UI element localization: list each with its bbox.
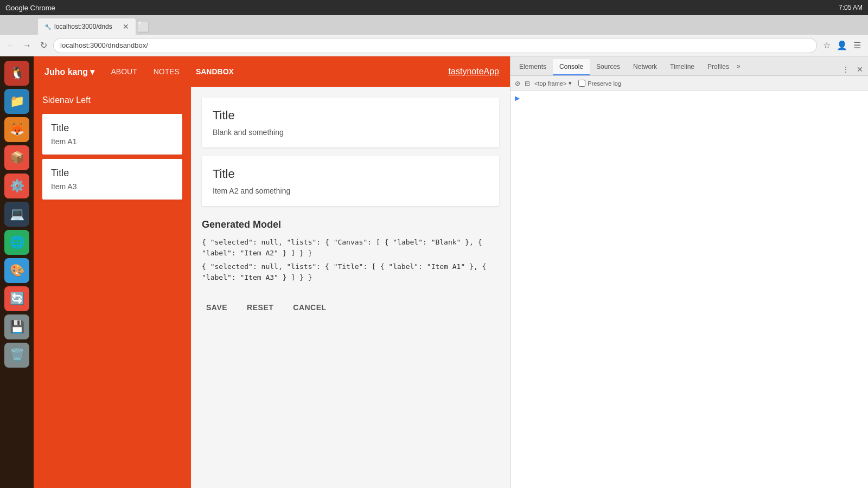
user-button[interactable]: 👤: [835, 39, 848, 52]
canvas-card-1-title: Title: [213, 167, 488, 181]
sidenav-card-1-sub: Item A3: [51, 182, 174, 191]
taskbar-icon-terminal[interactable]: 💻: [4, 202, 29, 227]
nav-link-sandbox[interactable]: SANDBOX: [196, 67, 234, 76]
preserve-log-checkbox[interactable]: [578, 80, 585, 87]
back-button[interactable]: ←: [4, 39, 17, 52]
devtools-arrow[interactable]: ▶: [513, 93, 866, 103]
nav-actions: ☆ 👤 ☰: [820, 39, 864, 52]
devtools-tabs: Elements Console Sources Network Timelin…: [510, 56, 868, 76]
os-title: Google Chrome: [5, 4, 55, 12]
taskbar-icon-ubuntu[interactable]: 🐧: [4, 61, 29, 86]
forward-button[interactable]: →: [21, 39, 34, 52]
devtools-tab-profiles[interactable]: Profiles: [701, 59, 736, 75]
taskbar-icon-chrome[interactable]: 🌐: [4, 230, 29, 255]
canvas-card-0-sub: Blank and something: [213, 128, 488, 137]
devtools-panel: Elements Console Sources Network Timelin…: [510, 56, 868, 488]
site-nav-brand[interactable]: Juho kang ▾: [44, 67, 94, 77]
devtools-toolbar: ⊘ ⊟ <top frame> ▾ Preserve log: [510, 76, 868, 91]
address-text: localhost:3000/dndsandbox/: [60, 41, 148, 49]
taskbar-icon-firefox[interactable]: 🦊: [4, 117, 29, 142]
os-bar-right: 7:05 AM: [839, 4, 863, 11]
preserve-log-label: Preserve log: [588, 80, 621, 87]
tab-favicon: 🔧: [44, 24, 51, 30]
devtools-tab-elements[interactable]: Elements: [513, 59, 553, 75]
site-body: Sidenav Left Title Item A1 Title Item A3…: [34, 87, 510, 488]
devtools-tab-console[interactable]: Console: [553, 59, 590, 75]
devtools-content: ▶: [510, 91, 868, 488]
devtools-filter-button[interactable]: ⊟: [525, 80, 530, 87]
site-nav-app-link[interactable]: tastynoteApp: [449, 67, 499, 76]
taskbar-icon-vscode[interactable]: 🎨: [4, 258, 29, 283]
os-bar: Google Chrome 7:05 AM: [0, 0, 868, 15]
taskbar-icon-storage[interactable]: 💾: [4, 314, 29, 339]
nav-bar: ← → ↻ localhost:3000/dndsandbox/ ☆ 👤 ☰: [0, 35, 868, 56]
browser-tab-active[interactable]: 🔧 localhost:3000/dnds ✕: [38, 18, 136, 35]
action-buttons: SAVE RESET CANCEL: [202, 301, 499, 314]
model-code-line-1: { "selected": null, "lists": { "Title": …: [202, 261, 499, 282]
sidenav-card-1-title: Title: [51, 168, 174, 179]
sidenav-title: Sidenav Left: [42, 95, 182, 105]
refresh-button[interactable]: ↻: [37, 39, 50, 52]
new-tab-button[interactable]: ⬜: [136, 20, 151, 35]
tab-bar: 🔧 localhost:3000/dnds ✕ ⬜: [0, 15, 868, 35]
website: Juho kang ▾ ABOUT NOTES SANDBOX tastynot…: [34, 56, 510, 488]
devtools-clear-button[interactable]: ⊘: [515, 80, 520, 87]
os-time: 7:05 AM: [839, 4, 863, 11]
devtools-frame-selector[interactable]: <top frame> ▾: [534, 80, 572, 87]
devtools-tab-actions: ⋮ ✕: [840, 63, 866, 75]
sidenav-card-1[interactable]: Title Item A3: [42, 159, 182, 200]
taskbar-icon-amazon[interactable]: 📦: [4, 145, 29, 170]
taskbar-icon-trash[interactable]: 🗑️: [4, 343, 29, 368]
taskbar-icon-tools[interactable]: ⚙️: [4, 174, 29, 198]
canvas-card-0: Title Blank and something: [202, 98, 499, 147]
sidenav-card-0[interactable]: Title Item A1: [42, 114, 182, 155]
generated-model-title: Generated Model: [202, 219, 499, 230]
nav-link-notes[interactable]: NOTES: [154, 67, 180, 76]
cancel-button[interactable]: CANCEL: [289, 301, 330, 314]
nav-link-about[interactable]: ABOUT: [111, 67, 137, 76]
canvas-card-1-sub: Item A2 and something: [213, 187, 488, 195]
tab-close-button[interactable]: ✕: [123, 22, 129, 31]
bookmark-button[interactable]: ☆: [820, 39, 833, 52]
taskbar-icon-files[interactable]: 📁: [4, 89, 29, 114]
browser: 🔧 localhost:3000/dnds ✕ ⬜ ← → ↻ localhos…: [0, 15, 868, 488]
devtools-preserve-log: Preserve log: [578, 80, 621, 87]
devtools-close-button[interactable]: ✕: [854, 63, 866, 75]
devtools-more-tabs[interactable]: »: [737, 62, 741, 70]
main-canvas: Title Blank and something Title Item A2 …: [191, 87, 510, 488]
generated-model-section: Generated Model { "selected": null, "lis…: [202, 215, 499, 290]
chevron-down-icon: ▾: [569, 80, 572, 87]
devtools-tab-timeline[interactable]: Timeline: [663, 59, 701, 75]
devtools-tab-network[interactable]: Network: [627, 59, 663, 75]
taskbar: 🐧 📁 🦊 📦 ⚙️ 💻 🌐 🎨 🔄 💾 🗑️: [0, 56, 34, 488]
devtools-dock-button[interactable]: ⋮: [840, 63, 852, 75]
canvas-card-0-title: Title: [213, 108, 488, 123]
sidenav: Sidenav Left Title Item A1 Title Item A3: [34, 87, 191, 488]
tab-label: localhost:3000/dnds: [54, 23, 112, 30]
site-nav: Juho kang ▾ ABOUT NOTES SANDBOX tastynot…: [34, 56, 510, 87]
model-code-line-0: { "selected": null, "lists": { "Canvas":…: [202, 237, 499, 258]
browser-content: 🐧 📁 🦊 📦 ⚙️ 💻 🌐 🎨 🔄 💾 🗑️ Juho kang ▾ ABOU…: [0, 56, 868, 488]
save-button[interactable]: SAVE: [202, 301, 232, 314]
sidenav-card-0-title: Title: [51, 123, 174, 134]
canvas-card-1: Title Item A2 and something: [202, 156, 499, 206]
sidenav-card-0-sub: Item A1: [51, 137, 174, 146]
menu-button[interactable]: ☰: [851, 39, 864, 52]
address-bar[interactable]: localhost:3000/dndsandbox/: [53, 38, 817, 53]
taskbar-icon-update[interactable]: 🔄: [4, 286, 29, 311]
reset-button[interactable]: RESET: [242, 301, 278, 314]
site-nav-links: ABOUT NOTES SANDBOX: [111, 67, 448, 76]
devtools-tab-sources[interactable]: Sources: [590, 59, 627, 75]
os-bar-left: Google Chrome: [5, 4, 55, 12]
